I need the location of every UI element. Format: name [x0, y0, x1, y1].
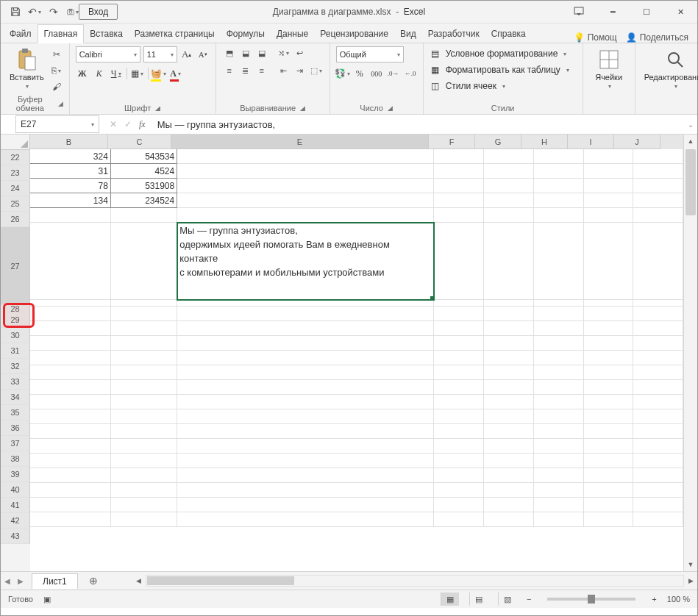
cell[interactable] [584, 193, 634, 208]
row-header[interactable]: 31 [1, 343, 30, 359]
cell[interactable] [30, 454, 111, 468]
cell[interactable] [584, 409, 634, 424]
cell[interactable] [434, 424, 484, 439]
cell[interactable] [111, 300, 177, 307]
cell[interactable] [584, 468, 634, 483]
cell[interactable] [177, 336, 434, 351]
cell[interactable] [484, 208, 534, 223]
ribbon-options-icon[interactable] [562, 1, 596, 23]
minimize-button[interactable]: ━ [596, 1, 630, 23]
col-header[interactable]: F [429, 135, 475, 149]
cell[interactable] [534, 498, 584, 512]
zoom-level[interactable]: 100 % [667, 595, 690, 604]
tab-data[interactable]: Данные [271, 25, 314, 43]
cell[interactable] [434, 512, 484, 527]
dialog-launcher-icon[interactable]: ◢ [58, 100, 63, 107]
cell[interactable] [177, 365, 434, 380]
cell[interactable] [534, 307, 584, 321]
cell[interactable] [584, 439, 634, 454]
cell[interactable] [30, 424, 111, 439]
cell[interactable] [633, 439, 683, 454]
cell[interactable] [177, 321, 434, 336]
sheet-nav-next-icon[interactable]: ▶ [14, 577, 27, 585]
row-header[interactable]: 32 [1, 359, 30, 374]
tab-formulas[interactable]: Формулы [221, 25, 271, 43]
underline-button[interactable]: Ч▾ [110, 67, 123, 80]
font-color-icon[interactable]: A▾ [169, 67, 182, 80]
decrease-indent-icon[interactable]: ⇤ [277, 64, 291, 77]
cell[interactable] [434, 149, 484, 164]
col-header[interactable]: B [30, 135, 108, 149]
comma-icon[interactable]: 000 [370, 67, 383, 80]
cell[interactable] [633, 498, 683, 512]
row-header[interactable]: 36 [1, 420, 30, 436]
conditional-formatting-button[interactable]: ▤Условное форматирование▾ [430, 46, 567, 61]
cells-button[interactable]: Ячейки ▾ [589, 46, 629, 91]
tab-view[interactable]: Вид [394, 25, 422, 43]
cell[interactable] [434, 351, 484, 365]
cell[interactable] [584, 498, 634, 512]
cell[interactable] [30, 208, 111, 223]
cell[interactable] [30, 409, 111, 424]
cell[interactable] [177, 409, 434, 424]
cell[interactable] [434, 365, 484, 380]
cell[interactable] [584, 454, 634, 468]
camera-icon[interactable]: ▾ [67, 6, 79, 18]
cell[interactable] [633, 307, 683, 321]
save-icon[interactable] [10, 6, 21, 18]
format-painter-icon[interactable]: 🖌 [50, 80, 63, 93]
cell[interactable] [633, 336, 683, 351]
cell[interactable] [30, 498, 111, 512]
cell[interactable] [177, 454, 434, 468]
align-right-icon[interactable]: ≡ [254, 64, 269, 77]
decrease-decimal-icon[interactable]: ←.0 [404, 67, 417, 80]
cell[interactable] [633, 351, 683, 365]
font-name-combo[interactable]: Calibri▾ [76, 46, 140, 62]
sheet-tab[interactable]: Лист1 [32, 573, 78, 589]
cell[interactable] [434, 454, 484, 468]
cell[interactable] [30, 300, 111, 307]
italic-button[interactable]: К [93, 67, 106, 80]
cell[interactable] [434, 321, 484, 336]
name-box[interactable]: E27▾ [15, 115, 99, 133]
cell[interactable] [534, 351, 584, 365]
col-header[interactable]: I [568, 135, 614, 149]
cell[interactable] [584, 351, 634, 365]
cell[interactable] [484, 300, 534, 307]
cell[interactable] [633, 193, 683, 208]
accounting-icon[interactable]: 💱▾ [336, 67, 349, 80]
cell[interactable] [484, 380, 534, 395]
row-header[interactable]: 41 [1, 498, 30, 513]
cell[interactable] [30, 483, 111, 498]
redo-icon[interactable]: ↷ [48, 6, 60, 18]
merge-icon[interactable]: ⬚▾ [309, 64, 324, 77]
cell[interactable] [534, 380, 584, 395]
cell[interactable] [434, 179, 484, 193]
tab-review[interactable]: Рецензирование [314, 25, 394, 43]
cell[interactable] [584, 380, 634, 395]
align-left-icon[interactable]: ≡ [222, 64, 237, 77]
cell[interactable] [30, 365, 111, 380]
cell[interactable] [111, 498, 177, 512]
cell[interactable] [584, 223, 634, 300]
cell[interactable] [584, 483, 634, 498]
cell[interactable] [111, 409, 177, 424]
row-header[interactable]: 33 [1, 374, 30, 390]
cell[interactable] [111, 454, 177, 468]
row-header[interactable]: 29 [1, 312, 30, 328]
cell[interactable] [484, 179, 534, 193]
cell[interactable] [434, 409, 484, 424]
cell[interactable] [434, 193, 484, 208]
cell[interactable] [534, 395, 584, 409]
format-as-table-button[interactable]: ▦Форматировать как таблицу▾ [430, 62, 569, 77]
cell[interactable] [484, 307, 534, 321]
scroll-left-icon[interactable]: ◀ [132, 577, 146, 584]
cell[interactable] [484, 468, 534, 483]
col-header[interactable]: C [108, 135, 171, 149]
cell[interactable] [111, 336, 177, 351]
formula-input[interactable]: Мы — группа энтузиастов, [152, 119, 684, 130]
page-layout-view-icon[interactable]: ▤ [469, 592, 488, 606]
zoom-out-icon[interactable]: − [527, 595, 531, 604]
font-size-combo[interactable]: 11▾ [143, 46, 177, 62]
cell[interactable] [484, 395, 534, 409]
